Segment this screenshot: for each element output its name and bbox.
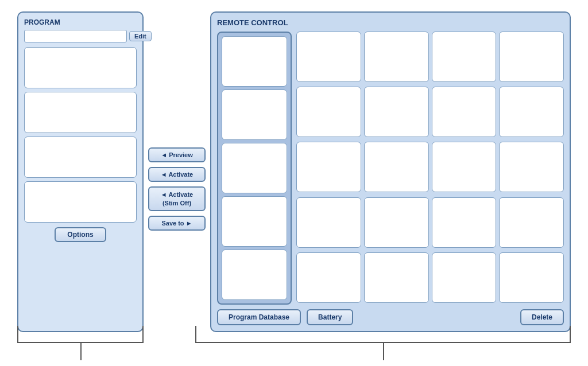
remote-slot-r5: [296, 87, 361, 137]
activate-arrow-icon: ◄: [161, 171, 167, 178]
preview-arrow-icon: ◄: [161, 151, 167, 158]
remote-left-slot-2: [222, 89, 287, 140]
options-button[interactable]: Options: [55, 227, 106, 242]
middle-buttons-panel: ◄ Preview ◄ Activate ◄ Activate(Stim Off…: [144, 46, 210, 332]
remote-slot-r14: [364, 197, 429, 248]
program-slot-1: [24, 47, 137, 88]
remote-slot-r17: [296, 252, 361, 303]
remote-left-column: [217, 32, 292, 305]
remote-slot-r7: [432, 87, 497, 137]
remote-panel: REMOTE CONTROL: [210, 11, 571, 332]
remote-slot-r9: [296, 142, 361, 192]
remote-slot-r2: [364, 32, 429, 82]
remote-slot-r15: [432, 197, 497, 248]
remote-slot-r12: [499, 142, 564, 192]
remote-left-slot-1: [222, 36, 287, 87]
remote-slot-r19: [432, 252, 497, 303]
bracket-right-stem: [383, 343, 384, 360]
remote-bottom-bar: Program Database Battery Delete: [217, 309, 564, 325]
activate-stim-arrow-icon: ◄: [161, 191, 167, 198]
remote-title: REMOTE CONTROL: [217, 18, 564, 27]
program-input-row: Edit: [24, 30, 137, 42]
activate-stim-button[interactable]: ◄ Activate(Stim Off): [148, 186, 206, 211]
program-title: PROGRAM: [24, 18, 137, 26]
remote-slot-r6: [364, 87, 429, 137]
remote-slot-r13: [296, 197, 361, 248]
delete-button[interactable]: Delete: [520, 309, 564, 325]
save-to-arrow-icon: ►: [186, 220, 192, 227]
bracket-left-stem: [80, 343, 82, 360]
preview-button[interactable]: ◄ Preview: [148, 147, 206, 162]
remote-slot-r4: [499, 32, 564, 82]
remote-slot-r20: [499, 252, 564, 303]
remote-right-grid: [296, 32, 564, 305]
remote-slot-r11: [432, 142, 497, 192]
remote-slot-r10: [364, 142, 429, 192]
program-slot-2: [24, 92, 137, 133]
remote-slot-r3: [432, 32, 497, 82]
activate-button[interactable]: ◄ Activate: [148, 167, 206, 182]
save-to-button[interactable]: Save to ►: [148, 216, 206, 231]
bracket-right: [195, 326, 571, 343]
remote-slot-r16: [499, 197, 564, 248]
program-database-button[interactable]: Program Database: [217, 309, 301, 325]
remote-slot-r1: [296, 32, 361, 82]
program-input[interactable]: [24, 30, 127, 42]
battery-button[interactable]: Battery: [307, 309, 353, 325]
remote-slot-r18: [364, 252, 429, 303]
remote-left-slot-5: [222, 250, 287, 300]
remote-slot-r8: [499, 87, 564, 137]
main-container: PROGRAM Edit Options ◄ Preview ◄ Activat…: [0, 0, 588, 344]
bracket-left: [17, 326, 144, 343]
program-panel: PROGRAM Edit Options: [17, 11, 144, 332]
edit-button[interactable]: Edit: [129, 31, 152, 41]
remote-left-slot-3: [222, 143, 287, 193]
program-slot-4: [24, 181, 137, 223]
remote-left-slot-4: [222, 196, 287, 247]
remote-grid-area: [217, 32, 564, 305]
program-slot-3: [24, 137, 137, 178]
